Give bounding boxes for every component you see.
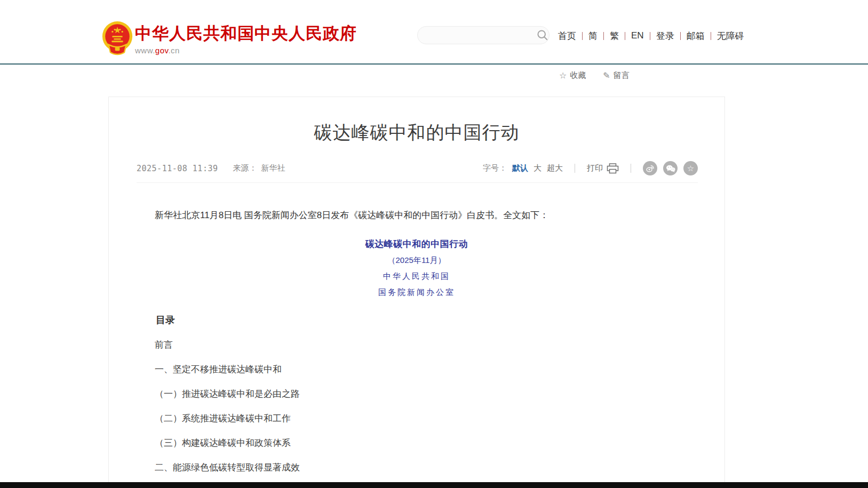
article-meta-left: 2025-11-08 11:39 来源： 新华社: [137, 163, 285, 173]
toc-item-preface: 前言: [137, 339, 697, 351]
nav-divider: [680, 32, 681, 40]
article-meta-right: 字号： 默认 大 超大 打印: [483, 161, 698, 175]
article-title: 碳达峰碳中和的中国行动: [141, 121, 692, 145]
top-nav: 首页 简 繁 EN 登录 邮箱 无障碍: [558, 29, 744, 42]
nav-divider: [650, 32, 650, 40]
document-heading-block: 碳达峰碳中和的中国行动 （2025年11月） 中华人民共和国 国务院新闻办公室: [109, 238, 724, 298]
national-emblem-logo: [101, 20, 134, 57]
nav-divider: [603, 32, 604, 40]
toc-item-section1-3: （三）构建碳达峰碳中和政策体系: [137, 437, 697, 449]
share-star-icon: ☆: [687, 164, 694, 172]
nav-login[interactable]: 登录: [656, 30, 674, 42]
toc-heading: 目录: [137, 314, 697, 326]
search-box[interactable]: [417, 26, 550, 44]
share-wechat-button[interactable]: [663, 161, 678, 175]
wechat-icon: [666, 164, 675, 173]
print-label: 打印: [587, 163, 603, 173]
article-source: 来源： 新华社: [233, 163, 285, 173]
printer-icon: [607, 163, 619, 174]
source-label: 来源：: [233, 163, 257, 173]
nav-traditional[interactable]: 繁: [610, 30, 619, 42]
search-icon[interactable]: [537, 29, 548, 41]
weibo-icon: [646, 164, 655, 173]
fontsize-xlarge-button[interactable]: 超大: [547, 163, 563, 173]
site-header: 中华人民共和国中央人民政府 www.gov.cn 首页 简 繁 EN 登录 邮箱…: [0, 0, 868, 65]
document-issuer-office: 国务院新闻办公室: [109, 287, 724, 298]
fontsize-default-button[interactable]: 默认: [512, 163, 528, 173]
nav-divider: [625, 32, 625, 40]
nav-accessibility[interactable]: 无障碍: [717, 30, 744, 42]
document-title: 碳达峰碳中和的中国行动: [109, 238, 724, 250]
nav-english[interactable]: EN: [631, 30, 644, 41]
meta-divider: [631, 164, 631, 173]
print-button[interactable]: 打印: [587, 163, 619, 174]
site-url-suffix: .cn: [168, 46, 180, 55]
favorite-label: 收藏: [570, 70, 586, 81]
document-issuer-country: 中华人民共和国: [109, 271, 724, 282]
source-name[interactable]: 新华社: [261, 163, 285, 173]
article-container: 碳达峰碳中和的中国行动 2025-11-08 11:39 来源： 新华社 字号：…: [108, 97, 725, 488]
star-icon: ☆: [559, 70, 567, 81]
document-date: （2025年11月）: [109, 255, 724, 266]
site-url-prefix: www.: [135, 46, 155, 55]
bottom-bar: [0, 482, 868, 488]
search-input[interactable]: [418, 27, 537, 44]
meta-divider: [575, 164, 575, 173]
nav-mail[interactable]: 邮箱: [687, 30, 705, 42]
share-group: ☆: [643, 161, 698, 175]
site-identity: 中华人民共和国中央人民政府 www.gov.cn: [135, 25, 357, 55]
fontsize-large-button[interactable]: 大: [533, 163, 541, 173]
site-title: 中华人民共和国中央人民政府: [135, 25, 357, 43]
comment-label: 留言: [614, 70, 630, 81]
lead-paragraph: 新华社北京11月8日电 国务院新闻办公室8日发布《碳达峰碳中和的中国行动》白皮书…: [137, 206, 697, 224]
publish-date: 2025-11-08 11:39: [137, 164, 218, 173]
share-more-button[interactable]: ☆: [683, 161, 698, 175]
fontsize-label: 字号：: [483, 163, 507, 173]
nav-divider: [582, 32, 583, 40]
toc-item-section1-1: （一）推进碳达峰碳中和是必由之路: [137, 388, 697, 400]
toc-item-section1-2: （二）系统推进碳达峰碳中和工作: [137, 412, 697, 425]
comment-button[interactable]: ✎ 留言: [603, 70, 629, 81]
article-meta-row: 2025-11-08 11:39 来源： 新华社 字号： 默认 大 超大 打印: [137, 161, 698, 183]
nav-home[interactable]: 首页: [558, 30, 576, 42]
toc-item-section2: 二、能源绿色低碳转型取得显著成效: [137, 461, 697, 474]
share-weibo-button[interactable]: [643, 161, 657, 175]
nav-simplified[interactable]: 简: [588, 30, 598, 42]
favorite-button[interactable]: ☆ 收藏: [559, 70, 586, 81]
quick-actions: ☆ 收藏 ✎ 留言: [559, 70, 630, 81]
toc-item-section1: 一、坚定不移推进碳达峰碳中和: [137, 363, 697, 375]
pen-icon: ✎: [603, 70, 610, 81]
nav-divider: [711, 32, 711, 40]
site-url: www.gov.cn: [135, 46, 357, 55]
site-url-gov: gov: [155, 46, 169, 55]
